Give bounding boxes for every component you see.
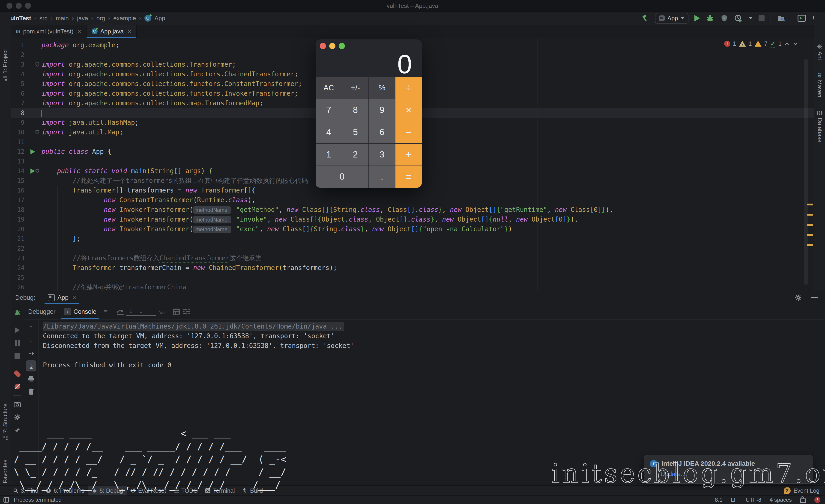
debug-settings-gear-icon[interactable] — [12, 411, 22, 424]
update-link[interactable]: Update... — [661, 471, 686, 478]
code-line[interactable]: 20 new InvokerTransformer(methodName: "e… — [11, 224, 814, 234]
pause-program-icon[interactable] — [12, 337, 22, 349]
toolwindow-todo[interactable]: TODO — [170, 486, 202, 496]
line-number[interactable]: 5 — [11, 79, 24, 89]
calculator-window[interactable]: 0 AC+/-%÷789×456−123+0.= — [316, 39, 422, 188]
line-number[interactable]: 2 — [11, 50, 24, 60]
line-number[interactable]: 6 — [11, 89, 24, 98]
pin-tab-icon[interactable] — [12, 424, 22, 437]
calc-key-5[interactable]: 5 — [342, 121, 368, 143]
step-into-icon[interactable]: ↓ — [126, 308, 136, 316]
line-number[interactable]: 11 — [11, 137, 24, 147]
tab-console[interactable]: › Console — [60, 304, 100, 319]
unlock-icon[interactable] — [800, 498, 806, 503]
line-number[interactable]: 21 — [11, 234, 24, 244]
calc-key-−[interactable]: − — [395, 121, 422, 143]
code-line[interactable]: 23 //将transformers数组存入ChaniedTransformer… — [11, 253, 814, 263]
rerun-debug-icon[interactable] — [12, 306, 22, 319]
thread-dump-camera-icon[interactable] — [12, 398, 22, 411]
toolwindow-terminal[interactable]: Terminal — [202, 486, 238, 496]
tab-pom-xml[interactable]: m pom.xml (vulnTest) × — [11, 25, 86, 38]
calc-key-.[interactable]: . — [369, 166, 395, 188]
calc-key-3[interactable]: 3 — [369, 144, 395, 166]
chevron-down-icon[interactable] — [749, 17, 753, 19]
restore-layout-icon[interactable] — [181, 308, 192, 315]
breadcrumb-item-class[interactable]: App — [155, 15, 165, 22]
line-separator[interactable]: LF — [731, 497, 737, 503]
debug-bug-icon[interactable] — [706, 14, 714, 22]
calc-key-AC[interactable]: AC — [316, 77, 342, 99]
stripe-warning-mark[interactable] — [807, 214, 813, 216]
run-to-cursor-icon[interactable]: ↘I — [156, 308, 166, 316]
calc-key-9[interactable]: 9 — [369, 99, 395, 121]
breadcrumb-item-main[interactable]: main — [56, 15, 69, 22]
calc-key-=[interactable]: = — [395, 166, 422, 188]
line-number[interactable]: 26 — [11, 282, 24, 291]
stripe-warning-mark[interactable] — [807, 234, 813, 236]
line-number[interactable]: 1 — [11, 40, 24, 50]
sidebar-item-maven[interactable]: m Maven — [816, 73, 823, 97]
step-out-icon[interactable]: ↑ — [146, 308, 156, 316]
scroll-to-end-icon[interactable]: ⤓ — [26, 360, 36, 371]
sidebar-item-project[interactable]: 1: Project — [2, 49, 8, 81]
line-number[interactable]: 15 — [11, 176, 24, 186]
stop-button[interactable] — [759, 15, 764, 21]
project-structure-icon[interactable] — [777, 14, 785, 22]
stop-process-icon[interactable] — [12, 349, 22, 362]
layout-menu-icon[interactable]: ≡ — [100, 308, 111, 316]
resume-program-icon[interactable] — [12, 324, 22, 337]
run-line-icon[interactable] — [30, 169, 35, 174]
hide-panel-icon[interactable] — [811, 297, 818, 298]
code-line[interactable]: 18 new InvokerTransformer(methodName: "g… — [11, 205, 814, 215]
code-line[interactable]: 17 new ConstantTransformer(Runtime.class… — [11, 195, 814, 205]
sidebar-item-structure[interactable]: 7: Structure — [2, 404, 8, 441]
build-hammer-icon[interactable] — [642, 14, 649, 22]
line-number[interactable]: 19 — [11, 215, 24, 224]
sidebar-item-ant[interactable]: Ant — [817, 44, 823, 60]
calc-minimize-icon[interactable] — [329, 43, 335, 49]
stripe-warning-mark[interactable] — [807, 244, 813, 246]
line-number[interactable]: 4 — [11, 69, 24, 79]
close-tab-icon[interactable]: × — [128, 28, 131, 35]
line-number[interactable]: 12 — [11, 147, 24, 157]
prev-problem-icon[interactable] — [784, 42, 790, 46]
scroll-down-icon[interactable]: ↓ — [26, 334, 36, 346]
line-number[interactable]: 14 — [11, 166, 24, 176]
mute-breakpoints-icon[interactable] — [12, 380, 22, 393]
fold-region-icon[interactable] — [35, 130, 39, 135]
tab-debugger[interactable]: Debugger — [24, 304, 60, 319]
breadcrumb-item-org[interactable]: org — [96, 15, 105, 22]
sidebar-item-database[interactable]: Database — [817, 110, 823, 143]
calc-zoom-icon[interactable] — [339, 43, 345, 49]
evaluate-expression-icon[interactable] — [171, 308, 181, 315]
run-with-coverage-icon[interactable] — [720, 14, 728, 22]
debug-session-tab[interactable]: App × — [45, 291, 79, 304]
line-number[interactable]: 13 — [11, 157, 24, 166]
code-line[interactable]: 22 — [11, 244, 814, 253]
next-problem-icon[interactable] — [793, 42, 798, 46]
toolwindow-eval-reset[interactable]: ↺ Eval Reset — [127, 486, 169, 496]
line-number[interactable]: 22 — [11, 244, 24, 253]
soft-wrap-icon[interactable]: ⇢ — [26, 346, 36, 359]
calc-key-6[interactable]: 6 — [369, 121, 395, 143]
code-line[interactable]: 24 Transformer transformerChain = new Ch… — [11, 263, 814, 273]
profiler-icon[interactable] — [734, 14, 743, 22]
line-number[interactable]: 10 — [11, 128, 24, 137]
toolwindow-find[interactable]: 3: Find — [9, 486, 42, 496]
tab-app-java[interactable]: C App.java × — [86, 25, 137, 38]
calc-key-1[interactable]: 1 — [316, 144, 342, 166]
scroll-up-icon[interactable]: ↑ — [26, 321, 36, 334]
calc-key-%[interactable]: % — [369, 77, 395, 99]
code-line[interactable]: 21 }; — [11, 234, 814, 244]
fold-region-icon[interactable] — [35, 63, 39, 67]
breadcrumb-item-java[interactable]: java — [77, 15, 88, 22]
line-number[interactable]: 9 — [11, 118, 24, 128]
run-button[interactable] — [694, 15, 700, 21]
calc-key-+[interactable]: + — [395, 144, 422, 166]
line-number[interactable]: 3 — [11, 60, 24, 69]
toolwindow-problems[interactable]: 6: Problems — [42, 486, 88, 496]
stripe-warning-mark[interactable] — [807, 203, 813, 205]
inspections-widget[interactable]: ! 1 ! 1 ! 7 ✓ 1 — [724, 40, 798, 48]
line-number[interactable]: 25 — [11, 273, 24, 282]
fatal-error-icon[interactable]: ! — [814, 497, 820, 503]
